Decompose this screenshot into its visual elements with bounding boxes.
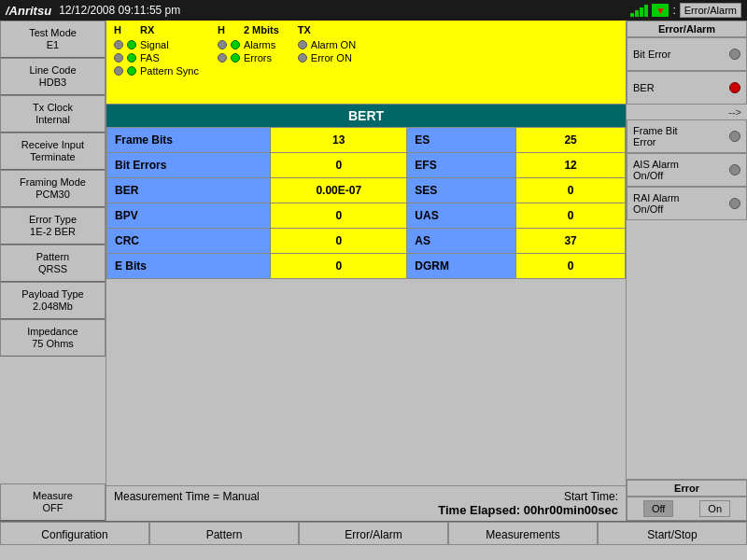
right-spacer <box>627 220 747 479</box>
sidebar-item-pattern[interactable]: PatternQRSS <box>0 245 106 282</box>
cell-label-as: AS <box>407 229 516 254</box>
ais-alarm-button[interactable]: AIS Alarm On/Off <box>627 153 747 187</box>
cell-value-es: 25 <box>516 128 626 153</box>
sidebar-item-payload-type[interactable]: Payload Type2.048Mb <box>0 282 106 319</box>
led-errors-green <box>231 53 240 63</box>
cell-label-bpv: BPV <box>107 203 271 229</box>
table-row: Bit Errors 0 EFS 12 <box>107 153 626 178</box>
sidebar-pattern-label: PatternQRSS <box>36 251 69 275</box>
cell-value-frame-bits: 13 <box>271 128 407 153</box>
cell-value-as: 37 <box>516 229 626 254</box>
sidebar-item-error-type[interactable]: Error Type1E-2 BER <box>0 207 106 245</box>
measurement-top-row: Measurement Time = Manual Start Time: <box>114 490 618 503</box>
mbits-header-label: 2 Mbits <box>244 24 279 35</box>
h-label: H <box>114 24 121 35</box>
main-area: Test ModeE1 Line CodeHDB3 Tx ClockIntern… <box>0 21 747 521</box>
signal-indicator: ▼ <box>652 4 669 17</box>
cell-value-dgrm: 0 <box>516 254 626 279</box>
table-row: BER 0.00E-07 SES 0 <box>107 178 626 203</box>
error-off-button[interactable]: Off <box>643 500 673 517</box>
signal-panel: H RX Signal FAS Pattern Sync <box>106 21 626 105</box>
signal-bars <box>630 4 648 17</box>
tab-start-stop[interactable]: Start/Stop <box>598 522 747 545</box>
led-patternsync-off <box>114 66 123 76</box>
tab-error-alarm[interactable]: Error/Alarm <box>299 522 448 545</box>
cell-label-ses: SES <box>407 178 516 203</box>
signal-row-pattern-sync: Pattern Sync <box>114 65 199 77</box>
led-alarm-on-off <box>298 40 307 49</box>
bottom-tabs: Configuration Pattern Error/Alarm Measur… <box>0 521 747 545</box>
frame-bit-text: Frame Bit Error <box>633 125 729 147</box>
ber-button[interactable]: BER <box>627 71 747 105</box>
header-right: ▼ : Error/Alarm <box>630 3 741 18</box>
cell-label-es: ES <box>407 128 516 153</box>
tx-label: TX <box>298 24 311 35</box>
cell-value-efs: 12 <box>516 153 626 178</box>
bert-header: BERT <box>106 105 626 127</box>
signal-row-alarm-on: Alarm ON <box>298 39 356 50</box>
pattern-sync-text: Pattern Sync <box>140 65 199 77</box>
center-area: H RX Signal FAS Pattern Sync <box>106 21 626 521</box>
measurement-time-label: Measurement Time = Manual <box>114 490 260 503</box>
table-row: BPV 0 UAS 0 <box>107 203 626 229</box>
rx-header-label: RX <box>140 24 154 35</box>
tx-column: TX Alarm ON Error ON <box>298 24 356 100</box>
sidebar-item-impedance[interactable]: Impedance75 Ohms <box>0 319 106 357</box>
tab-pattern[interactable]: Pattern <box>149 522 299 545</box>
fas-text: FAS <box>140 52 160 63</box>
sidebar: Test ModeE1 Line CodeHDB3 Tx ClockIntern… <box>0 21 106 521</box>
mbits-header-row: H 2 Mbits <box>218 24 279 35</box>
cell-label-frame-bits: Frame Bits <box>107 128 271 153</box>
led-signal-green <box>127 40 136 49</box>
bit-error-button[interactable]: Bit Error <box>627 37 747 71</box>
rai-alarm-button[interactable]: RAI Alarm On/Off <box>627 187 747 220</box>
bit-error-text: Bit Error <box>633 49 729 60</box>
cell-value-crc: 0 <box>271 229 407 254</box>
table-row: Frame Bits 13 ES 25 <box>107 128 626 153</box>
table-row: CRC 0 AS 37 <box>107 229 626 254</box>
led-error-on-off <box>298 53 307 63</box>
h2-label: H <box>218 24 225 35</box>
signal-text: Signal <box>140 39 169 50</box>
sidebar-item-test-mode[interactable]: Test ModeE1 <box>0 21 106 58</box>
ber-led <box>729 82 740 93</box>
measurement-bar: Measurement Time = Manual Start Time: Ti… <box>106 485 626 521</box>
ais-alarm-text: AIS Alarm On/Off <box>633 159 729 181</box>
sidebar-payload-type-label: Payload Type2.048Mb <box>21 288 83 313</box>
tab-configuration[interactable]: Configuration <box>0 522 149 545</box>
sidebar-test-mode-label: Test ModeE1 <box>29 27 77 51</box>
sidebar-impedance-label: Impedance75 Ohms <box>27 326 78 350</box>
led-errors-off <box>218 53 227 63</box>
right-sidebar: Error/Alarm Bit Error BER --> Frame Bit … <box>626 21 747 521</box>
sidebar-line-code-label: Line CodeHDB3 <box>29 64 76 89</box>
signal-row-fas: FAS <box>114 52 199 63</box>
sidebar-item-line-code[interactable]: Line CodeHDB3 <box>0 58 106 95</box>
sidebar-item-tx-clock[interactable]: Tx ClockInternal <box>0 95 106 133</box>
cell-label-ebits: E Bits <box>107 254 271 279</box>
cell-value-ebits: 0 <box>271 254 407 279</box>
red-arrow-icon: ▼ <box>655 6 665 16</box>
signal-row-signal: Signal <box>114 39 199 50</box>
sidebar-item-receive-input[interactable]: Receive InputTerminate <box>0 133 106 170</box>
bit-error-led <box>729 49 740 60</box>
error-on-button[interactable]: On <box>699 500 730 517</box>
alarms-text: Alarms <box>244 39 275 50</box>
rai-alarm-led <box>729 198 740 209</box>
sidebar-item-framing-mode[interactable]: Framing ModePCM30 <box>0 170 106 207</box>
mbits-column: H 2 Mbits Alarms Errors <box>218 24 279 100</box>
frame-bit-led <box>729 131 740 142</box>
sidebar-receive-input-label: Receive InputTerminate <box>21 139 84 163</box>
right-arrow-label: --> <box>627 105 747 119</box>
frame-bit-button[interactable]: Frame Bit Error <box>627 119 747 153</box>
cell-value-ber: 0.00E-07 <box>271 178 407 203</box>
rx-column: H RX Signal FAS Pattern Sync <box>114 24 199 100</box>
signal-row-errors: Errors <box>218 52 279 63</box>
tab-measurements[interactable]: Measurements <box>448 522 598 545</box>
cell-value-uas: 0 <box>516 203 626 229</box>
signal-bar-1 <box>630 13 634 17</box>
error-section-label: Error <box>627 480 747 497</box>
error-section: Error Off On <box>627 479 747 521</box>
rai-alarm-text: RAI Alarm On/Off <box>633 192 729 215</box>
datetime: 12/12/2008 09:11:55 pm <box>59 4 180 17</box>
sidebar-item-measure[interactable]: MeasureOFF <box>0 483 106 521</box>
